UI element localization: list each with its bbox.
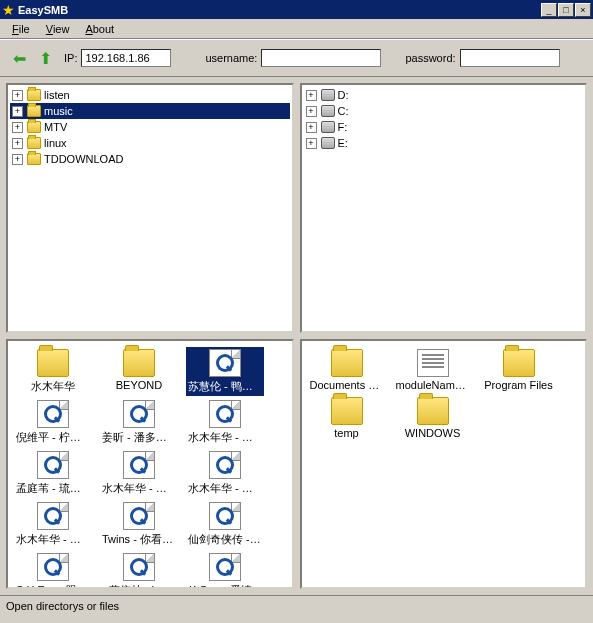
- file-item[interactable]: 仙剑奇侠传 - 05...: [186, 500, 264, 549]
- file-item[interactable]: moduleName.txt: [394, 347, 472, 393]
- local-tree-item[interactable]: +E:: [304, 135, 584, 151]
- file-item[interactable]: 苏慧伦 - 鸭子.mp3: [186, 347, 264, 396]
- local-files-panel: Documents and S...moduleName.txtProgram …: [300, 339, 588, 589]
- tree-item-label: D:: [338, 89, 349, 101]
- drive-icon: [321, 137, 335, 149]
- expand-icon[interactable]: +: [306, 138, 317, 149]
- toolbar: ⬅ ⬆ IP: username: password:: [0, 39, 593, 77]
- local-files-iconview[interactable]: Documents and S...moduleName.txtProgram …: [302, 341, 586, 447]
- local-tree-item[interactable]: +F:: [304, 119, 584, 135]
- remote-tree-item[interactable]: +MTV: [10, 119, 290, 135]
- file-label: temp: [310, 427, 384, 439]
- expand-icon[interactable]: +: [306, 90, 317, 101]
- file-item[interactable]: Documents and S...: [308, 347, 386, 393]
- menu-file[interactable]: File: [4, 21, 38, 37]
- local-tree-item[interactable]: +D:: [304, 87, 584, 103]
- folder-icon: [417, 397, 449, 425]
- file-label: 水木年华 - 耶路...: [16, 532, 90, 547]
- file-item[interactable]: 蔡依林 - hey: [100, 551, 178, 589]
- expand-icon[interactable]: +: [12, 138, 23, 149]
- file-label: Program Files: [482, 379, 556, 391]
- folder-icon: [331, 397, 363, 425]
- folder-icon: [331, 349, 363, 377]
- close-button[interactable]: ×: [575, 3, 591, 17]
- folder-icon: [27, 105, 41, 117]
- drive-icon: [321, 121, 335, 133]
- window-controls: _ □ ×: [541, 3, 591, 17]
- file-item[interactable]: 水木年华: [14, 347, 92, 396]
- tree-item-label: F:: [338, 121, 348, 133]
- file-label: K One - 爱情...: [188, 583, 262, 589]
- password-input[interactable]: [460, 49, 560, 67]
- media-file-icon: [123, 553, 155, 581]
- file-item[interactable]: BEYOND: [100, 347, 178, 396]
- minimize-button[interactable]: _: [541, 3, 557, 17]
- folder-icon: [27, 137, 41, 149]
- file-label: 水木年华 - 今天...: [188, 481, 262, 496]
- folder-icon: [27, 153, 41, 165]
- remote-files-panel: 水木年华BEYOND苏慧伦 - 鸭子.mp3倪维平 - 柠檬树...姜昕 - 潘…: [6, 339, 294, 589]
- file-label: BEYOND: [102, 379, 176, 391]
- file-label: 蔡依林 - hey: [102, 583, 176, 589]
- remote-tree-item[interactable]: +music: [10, 103, 290, 119]
- tree-item-label: TDDOWNLOAD: [44, 153, 123, 165]
- media-file-icon: [209, 400, 241, 428]
- media-file-icon: [209, 451, 241, 479]
- file-item[interactable]: S.H.E - 一眼万年: [14, 551, 92, 589]
- file-item[interactable]: 水木年华 - 秋日...: [100, 449, 178, 498]
- file-item[interactable]: Twins - 你看我吃...: [100, 500, 178, 549]
- username-input[interactable]: [261, 49, 381, 67]
- local-tree-panel: +D:+C:+F:+E:: [300, 83, 588, 333]
- file-label: Twins - 你看我吃...: [102, 532, 176, 547]
- ip-label: IP:: [64, 52, 77, 64]
- folder-icon: [123, 349, 155, 377]
- remote-tree-item[interactable]: +linux: [10, 135, 290, 151]
- file-label: 苏慧伦 - 鸭子.mp3: [188, 379, 262, 394]
- file-item[interactable]: WINDOWS: [394, 395, 472, 441]
- main-panes: +listen+music+MTV+linux+TDDOWNLOAD +D:+C…: [0, 77, 593, 595]
- file-label: 仙剑奇侠传 - 05...: [188, 532, 262, 547]
- remote-tree-item[interactable]: +listen: [10, 87, 290, 103]
- expand-icon[interactable]: +: [12, 154, 23, 165]
- expand-icon[interactable]: +: [12, 122, 23, 133]
- file-item[interactable]: 姜昕 - 潘多拉.mp3: [100, 398, 178, 447]
- status-text: Open directorys or files: [6, 600, 119, 612]
- file-label: S.H.E - 一眼万年: [16, 583, 90, 589]
- file-item[interactable]: K One - 爱情...: [186, 551, 264, 589]
- media-file-icon: [123, 451, 155, 479]
- file-item[interactable]: 孟庭苇 - 琉璃.mp3: [14, 449, 92, 498]
- maximize-button[interactable]: □: [558, 3, 574, 17]
- media-file-icon: [123, 400, 155, 428]
- menu-view[interactable]: View: [38, 21, 78, 37]
- expand-icon[interactable]: +: [12, 90, 23, 101]
- menu-about[interactable]: About: [77, 21, 122, 37]
- ip-input[interactable]: [81, 49, 171, 67]
- menu-view-label: iew: [53, 23, 70, 35]
- nav-back-button[interactable]: ⬅: [8, 47, 30, 69]
- expand-icon[interactable]: +: [12, 106, 23, 117]
- local-tree[interactable]: +D:+C:+F:+E:: [302, 85, 586, 153]
- expand-icon[interactable]: +: [306, 122, 317, 133]
- media-file-icon: [37, 400, 69, 428]
- statusbar: Open directorys or files: [0, 595, 593, 615]
- menubar: File View About: [0, 19, 593, 39]
- file-label: 孟庭苇 - 琉璃.mp3: [16, 481, 90, 496]
- file-label: 姜昕 - 潘多拉.mp3: [102, 430, 176, 445]
- file-item[interactable]: 水木年华 - 耶路...: [14, 500, 92, 549]
- file-item[interactable]: temp: [308, 395, 386, 441]
- remote-files-iconview[interactable]: 水木年华BEYOND苏慧伦 - 鸭子.mp3倪维平 - 柠檬树...姜昕 - 潘…: [8, 341, 292, 589]
- file-item[interactable]: 水木年华 - 借我...: [186, 398, 264, 447]
- expand-icon[interactable]: +: [306, 106, 317, 117]
- local-tree-item[interactable]: +C:: [304, 103, 584, 119]
- app-icon: ★: [2, 2, 15, 18]
- file-item[interactable]: 倪维平 - 柠檬树...: [14, 398, 92, 447]
- nav-forward-button[interactable]: ⬆: [34, 47, 56, 69]
- folder-icon: [27, 89, 41, 101]
- remote-tree-item[interactable]: +TDDOWNLOAD: [10, 151, 290, 167]
- file-item[interactable]: 水木年华 - 今天...: [186, 449, 264, 498]
- file-label: moduleName.txt: [396, 379, 470, 391]
- media-file-icon: [37, 502, 69, 530]
- file-label: 倪维平 - 柠檬树...: [16, 430, 90, 445]
- remote-tree[interactable]: +listen+music+MTV+linux+TDDOWNLOAD: [8, 85, 292, 169]
- file-item[interactable]: Program Files: [480, 347, 558, 393]
